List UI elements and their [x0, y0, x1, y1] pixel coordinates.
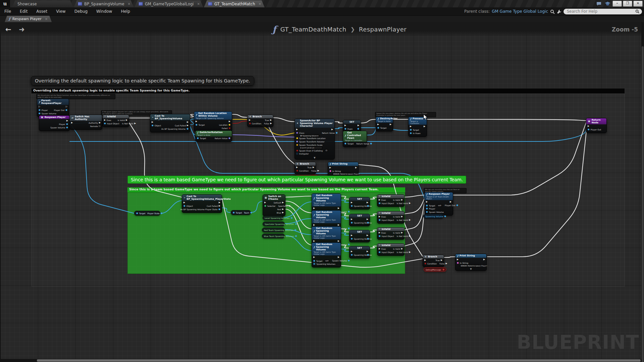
is-valid-pin[interactable]: ▶Is Valid: [393, 199, 403, 201]
exec-pin[interactable]: ▶: [424, 125, 425, 128]
exec-pin[interactable]: ▶: [183, 201, 185, 204]
exec-pin[interactable]: ▶: [588, 125, 589, 127]
true-pin[interactable]: ▶True: [307, 166, 314, 169]
pill-debug-message-2[interactable]: DebugMessage●: [424, 267, 446, 272]
condition-pin[interactable]: ●Condition: [296, 170, 309, 172]
exec-pin[interactable]: ▶: [338, 207, 339, 209]
tab-close-icon[interactable]: ×: [127, 2, 130, 6]
exec-pin[interactable]: ▷: [66, 106, 67, 108]
pin-value-chip[interactable]: self: [324, 259, 329, 262]
player-pin[interactable]: ●Player: [59, 123, 68, 125]
node-header[interactable]: ƒGet Random Spawning VolumeTarget is GM …: [312, 210, 341, 223]
pill-get-team[interactable]: ●TargetTeam●: [231, 210, 251, 215]
node-get-controlled-pawn[interactable]: ƒGet Controlled PawnTarget is Controller…: [343, 131, 367, 147]
array-pin-icon[interactable]: ▦: [294, 229, 297, 231]
exec-pin[interactable]: ▶: [483, 258, 485, 261]
node-switch-on-eteams[interactable]: ▩Switch on ETeams▶▶Default●Selector▶Spec…: [263, 194, 285, 216]
player-pin[interactable]: ●Player: [426, 207, 435, 210]
exec-pin[interactable]: ▶: [296, 166, 298, 169]
node-header[interactable]: ⇄Switch Has Authority: [70, 115, 102, 121]
is-not-valid-pin[interactable]: ▶Is Not Valid: [397, 219, 411, 221]
exec-pin[interactable]: ▶: [367, 201, 368, 204]
exec-pin[interactable]: ▶: [351, 234, 353, 237]
node-header[interactable]: SET: [350, 246, 370, 250]
spawning-volume-pin[interactable]: ●Spawning Volume: [351, 222, 365, 224]
target-pin[interactable]: ●Target: [410, 129, 419, 131]
exec-pin[interactable]: ▶: [410, 125, 412, 128]
authority-pin[interactable]: ▶Authority: [89, 122, 101, 124]
exec-pin[interactable]: ▶: [313, 207, 315, 209]
exec-pin[interactable]: ●: [367, 222, 369, 224]
node-set-spawning-volume-2[interactable]: SET▶▶●Spawning Volume●: [349, 214, 370, 226]
spawn-volume-pin[interactable]: ●Spawn Volume: [426, 211, 444, 213]
menu-window[interactable]: Window: [92, 9, 116, 14]
spawn-transform-rotator-pin[interactable]: ●Spawn Transform Rotator: [296, 140, 324, 143]
horizontal-scrollbar-thumb[interactable]: [37, 359, 641, 362]
exec-pin[interactable]: ▶: [338, 256, 339, 258]
node-return-node[interactable]: ▣Return Node▶●Player Out: [586, 118, 607, 133]
node-header[interactable]: ƒPrint String: [328, 162, 358, 166]
exec-pin[interactable]: ▶: [377, 123, 379, 126]
spawning-volume-pin[interactable]: ●Spawning Volume: [351, 254, 365, 256]
node-header[interactable]: ?IsValid: [377, 244, 404, 247]
exec-pin[interactable]: ▶Exec: [379, 216, 386, 218]
exec-pin[interactable]: ▶: [152, 121, 153, 123]
is-not-valid-pin[interactable]: ▶Is Not Valid: [122, 122, 136, 125]
default-pin[interactable]: ▶Default: [274, 201, 284, 204]
exec-pin[interactable]: ▶: [196, 120, 197, 123]
node-is-valid-3[interactable]: ?IsValid▶Exec▶Is Valid●Input Object▶Is N…: [377, 211, 405, 224]
pill-get-player-state[interactable]: ●TargetPlayer State●: [134, 211, 160, 216]
exec-pin[interactable]: ▶: [351, 201, 353, 204]
cast-failed-pin[interactable]: ▶Cast Failed: [175, 124, 189, 127]
node-header[interactable]: »Cast To BP_SpawningVolume: [150, 114, 190, 120]
node-header[interactable]: ƒGet Random Spawning VolumeTarget is GM …: [312, 243, 341, 255]
node-respawn-player-call[interactable]: ƒRespawn PlayerTarget is GT Team Death M…: [424, 192, 453, 216]
vertical-scrollbar-thumb[interactable]: [642, 46, 644, 362]
node-header[interactable]: ▣Return Node: [586, 118, 606, 124]
instigator-pin[interactable]: ○Instigator: [296, 153, 309, 155]
failed-pin[interactable]: ●Failed: [222, 127, 230, 129]
in-pawn-pin[interactable]: ●In Pawn: [410, 132, 421, 134]
exec-pin[interactable]: ▶: [390, 123, 391, 126]
tutorial-cap-icon[interactable]: [604, 1, 611, 6]
exec-pin[interactable]: ▶: [264, 201, 266, 204]
nav-back-arrow[interactable]: ←: [5, 25, 11, 34]
false-pin[interactable]: ▶False: [311, 170, 319, 172]
node-header[interactable]: ƒGet Random Spawning VolumeTarget is GM …: [312, 194, 341, 206]
is-valid-pin[interactable]: ▶Is Valid: [393, 232, 403, 234]
input-object-pin[interactable]: ●Input Object: [379, 235, 394, 237]
node-header[interactable]: ⋔Branch: [423, 255, 444, 258]
node-is-valid-4[interactable]: ?IsValid▶Exec▶Is Valid●Input Object▶Is N…: [377, 227, 405, 240]
node-event-respawn-player[interactable]: ▣Respawn Player▶●Player●Spawn Volume: [39, 115, 70, 131]
node-header[interactable]: SET: [343, 120, 361, 124]
help-search-box[interactable]: [564, 9, 642, 14]
pill-level-spawning-volumes[interactable]: Level Spawning Volumes▦: [263, 216, 283, 220]
exec-pin[interactable]: ●: [367, 238, 369, 240]
node-switch-has-authority[interactable]: ⇄Switch Has Authority▶▶Authority▷Remote: [69, 115, 102, 130]
node-cast-to-bp-spawningvolume-playerstate[interactable]: »Cast To BP_SpawningVolume_PlayerState▶▶…: [182, 194, 222, 213]
player-pin[interactable]: ●Player: [39, 109, 48, 111]
data-pin-icon[interactable]: ●: [136, 212, 138, 215]
target-pin[interactable]: ●Targetself: [426, 204, 442, 207]
array-pin-icon[interactable]: ▦: [295, 235, 297, 237]
parent-class-link[interactable]: GM Game Type Global Logic: [492, 9, 548, 14]
exec-pin[interactable]: ▶: [249, 119, 251, 121]
expand-node-icon[interactable]: ▼: [295, 157, 334, 159]
node-header[interactable]: ?IsValid: [377, 212, 404, 215]
help-search-input[interactable]: [566, 9, 633, 14]
is-not-valid-pin[interactable]: ▶Is Not Valid: [397, 202, 411, 204]
comment-header-2[interactable]: Since this is a team based GameType we n…: [127, 187, 405, 192]
exec-pin[interactable]: ▶: [351, 218, 353, 221]
as-bp-spawning-volume-player-state-pin[interactable]: ●As BP Spawning Volume Player State: [192, 208, 220, 210]
node-set-spawning-volume-3[interactable]: SET▶▶●Spawning Volume●: [349, 230, 370, 242]
blue-pin[interactable]: ▶Blue: [277, 212, 284, 214]
exec-pin[interactable]: ▶: [367, 234, 368, 237]
breadcrumb-function-name[interactable]: RespawnPlayer: [359, 26, 407, 33]
data-pin-icon[interactable]: ●: [444, 215, 446, 218]
exec-pin[interactable]: ▶: [367, 218, 368, 221]
pin-field[interactable]: X 1.0 Y 1.0 Z 1.0: [299, 146, 322, 149]
node-header[interactable]: ?IsValid: [103, 115, 129, 118]
node-header[interactable]: ƒDestroyActorTarget is Actor: [376, 117, 393, 123]
input-object-pin[interactable]: ●Input Object: [379, 251, 394, 253]
browse-to-parent-icon[interactable]: [550, 9, 555, 14]
